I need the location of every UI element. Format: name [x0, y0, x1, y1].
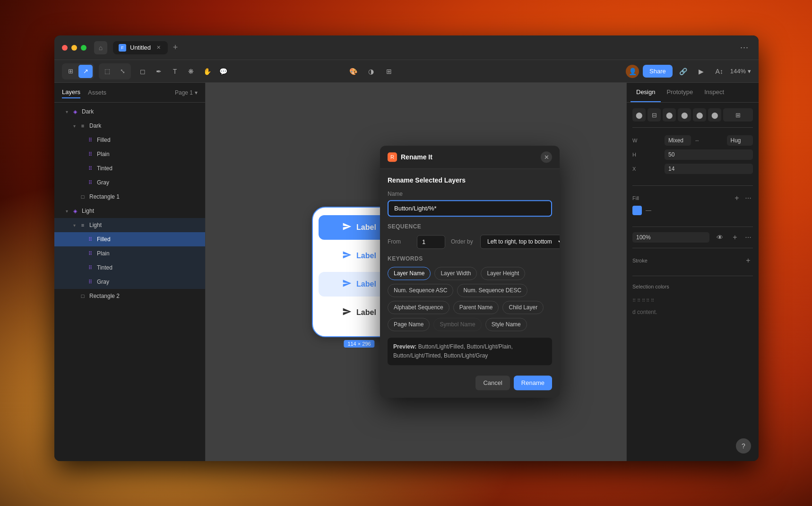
zoom-chevron: ▾: [748, 68, 751, 75]
title-bar: ⌂ F Untitled ✕ + ···: [54, 35, 759, 60]
height-label: H: [632, 152, 661, 157]
add-button[interactable]: +: [730, 233, 740, 242]
layer-item[interactable]: ▾ ≡ Dark: [54, 119, 205, 133]
paint-tool-button[interactable]: 🎨: [346, 65, 360, 78]
rename-button[interactable]: Rename: [514, 376, 552, 391]
layer-item[interactable]: ⠿ Tinted: [54, 261, 205, 275]
text-size-button[interactable]: A↕: [712, 65, 726, 78]
component-tool-button[interactable]: ❋: [184, 65, 198, 78]
minimize-button[interactable]: [71, 45, 77, 51]
add-stroke-button[interactable]: +: [743, 256, 753, 265]
add-fill-button[interactable]: +: [732, 193, 742, 203]
layer-item[interactable]: ⠿ Plain: [54, 147, 205, 161]
play-button[interactable]: ▶: [694, 65, 708, 78]
frame-tool-button[interactable]: ⬚: [100, 65, 114, 78]
keyword-parent-name[interactable]: Parent Name: [453, 301, 499, 314]
layer-tree[interactable]: ▾ ◈ Dark ▾ ≡ Dark ⠿ Filled ⠿ Plain: [54, 103, 205, 461]
keyword-layer-name[interactable]: Layer Name: [388, 267, 431, 280]
align-left-button[interactable]: ⬤: [632, 108, 646, 122]
layer-label: Tinted: [97, 165, 112, 172]
distribute-button[interactable]: ⊞: [723, 108, 753, 122]
keyword-alphabet-seq[interactable]: Alphabet Sequence: [388, 301, 449, 314]
layer-label: Tinted: [97, 264, 112, 271]
toolbar-right: 👤 Share 🔗 ▶ A↕ 144% ▾: [626, 65, 751, 78]
visibility-button[interactable]: 👁: [713, 231, 726, 244]
keyword-style-name[interactable]: Style Name: [485, 318, 527, 331]
expand-icon[interactable]: ▾: [64, 208, 69, 214]
align-center-h-button[interactable]: ⊟: [648, 108, 661, 122]
dots-button[interactable]: ···: [743, 233, 753, 242]
align-bottom-button[interactable]: ⬤: [708, 108, 721, 122]
cancel-button[interactable]: Cancel: [475, 376, 510, 391]
order-by-select[interactable]: Left to right, top to bottom: [480, 235, 560, 249]
add-tab-button[interactable]: +: [170, 42, 181, 53]
keyword-num-seq-asc[interactable]: Num. Sequence ASC: [388, 284, 453, 297]
x-value[interactable]: 14: [665, 164, 753, 174]
inspect-tab[interactable]: Inspect: [699, 83, 730, 102]
fill-swatch[interactable]: [632, 206, 642, 215]
text-tool-button[interactable]: T: [168, 65, 182, 78]
layer-item[interactable]: □ Rectangle 1: [54, 190, 205, 204]
share-button[interactable]: Share: [643, 65, 673, 78]
hand-tool-button[interactable]: ✋: [200, 65, 214, 78]
keyword-symbol-name[interactable]: Symbol Name: [433, 318, 481, 331]
layer-item[interactable]: ⠿ Tinted: [54, 161, 205, 175]
keyword-page-name[interactable]: Page Name: [388, 318, 430, 331]
align-right-button[interactable]: ⬤: [663, 108, 676, 122]
opacity-value[interactable]: 100%: [632, 232, 709, 243]
layer-label: Filled: [97, 137, 111, 143]
sequence-from-input[interactable]: [417, 235, 445, 249]
hug-value[interactable]: Hug: [727, 135, 753, 146]
expand-icon[interactable]: ▾: [71, 123, 77, 129]
move-tool-button[interactable]: ⊞: [63, 65, 78, 78]
layer-item[interactable]: □ Rectangle 2: [54, 289, 205, 303]
layers-tab[interactable]: Layers: [62, 87, 80, 98]
more-options-button[interactable]: ···: [738, 41, 751, 54]
active-tab[interactable]: F Untitled ✕: [113, 41, 168, 54]
assets-tab[interactable]: Assets: [88, 87, 106, 98]
layer-item[interactable]: ⠿ Gray: [54, 175, 205, 190]
pen-tool-button[interactable]: ✒: [152, 65, 166, 78]
layer-label: Dark: [89, 122, 101, 129]
layer-item[interactable]: ▾ ≡ Light: [54, 218, 205, 232]
expand-icon[interactable]: ▾: [71, 222, 77, 228]
design-tab[interactable]: Design: [631, 83, 661, 102]
height-value[interactable]: 50: [665, 149, 753, 160]
layer-item[interactable]: ⠿ Filled: [54, 133, 205, 147]
main-area: Layers Assets Page 1 ▾ ▾ ◈ Dark ▾ ≡ Dark: [54, 83, 759, 461]
keyword-layer-width[interactable]: Layer Width: [434, 267, 477, 280]
select-tool-button[interactable]: ↗: [78, 65, 93, 78]
link-button[interactable]: 🔗: [676, 65, 691, 78]
home-button[interactable]: ⌂: [94, 41, 107, 54]
theme-toggle-button[interactable]: ◑: [364, 65, 378, 78]
expand-icon[interactable]: ▾: [64, 109, 69, 114]
component-icon: ◈: [71, 108, 79, 115]
canvas-area[interactable]: Label Label: [206, 83, 626, 461]
comment-tool-button[interactable]: 💬: [216, 65, 230, 78]
help-button[interactable]: ?: [736, 438, 751, 454]
align-top-button[interactable]: ⬤: [678, 108, 691, 122]
layer-item-selected[interactable]: ⠿ Filled: [54, 232, 205, 246]
layer-item[interactable]: ⠿ Plain: [54, 246, 205, 261]
align-center-v-button[interactable]: ⬤: [693, 108, 706, 122]
keyword-layer-height[interactable]: Layer Height: [481, 267, 525, 280]
more-fill-button[interactable]: ···: [743, 193, 753, 203]
layer-item[interactable]: ⠿ Gray: [54, 275, 205, 289]
name-input[interactable]: [388, 200, 552, 217]
tab-close-button[interactable]: ✕: [155, 44, 162, 52]
page-selector[interactable]: Page 1 ▾: [175, 89, 198, 96]
maximize-button[interactable]: [81, 45, 86, 51]
layers-toggle-button[interactable]: ⊞: [382, 65, 396, 78]
zoom-indicator[interactable]: 144% ▾: [730, 68, 751, 75]
group-icon: ≡: [79, 221, 86, 229]
width-value[interactable]: Mixed: [665, 135, 691, 146]
scale-tool-button[interactable]: ⤡: [115, 65, 130, 78]
dialog-close-button[interactable]: ✕: [541, 151, 552, 163]
keyword-child-layer[interactable]: Child Layer: [502, 301, 544, 314]
layer-item[interactable]: ▾ ◈ Light: [54, 204, 205, 218]
prototype-tab[interactable]: Prototype: [661, 83, 699, 102]
shape-tool-button[interactable]: ◻: [136, 65, 150, 78]
keyword-num-seq-desc[interactable]: Num. Sequence DESC: [457, 284, 527, 297]
layer-item[interactable]: ▾ ◈ Dark: [54, 105, 205, 119]
close-button[interactable]: [62, 45, 68, 51]
